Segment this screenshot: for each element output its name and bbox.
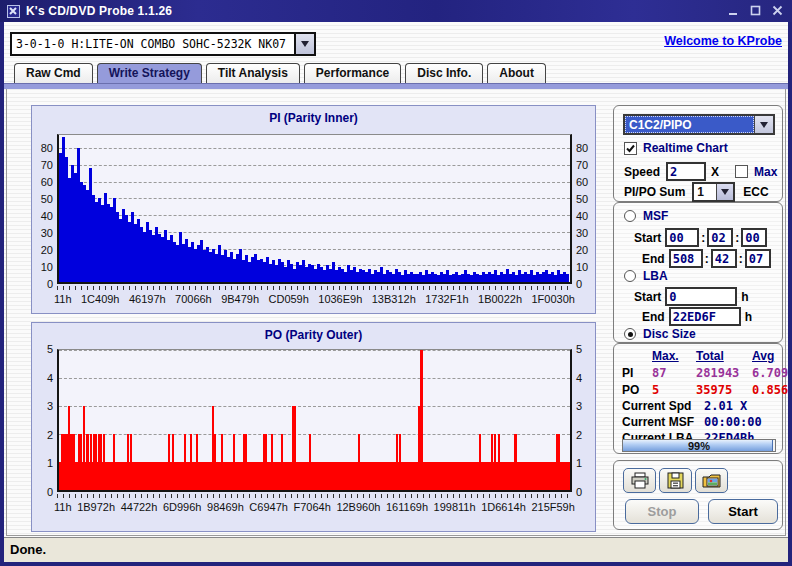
pipo-sum-value: 1 <box>694 184 716 200</box>
save-button[interactable] <box>659 468 692 493</box>
image-icon <box>702 473 721 489</box>
msf-radio[interactable] <box>624 210 636 222</box>
po-max-value: 5 <box>652 383 696 397</box>
lba-end-suffix: h <box>745 310 752 324</box>
pipo-sum-arrow-button[interactable] <box>716 184 733 200</box>
check-icon <box>625 143 636 154</box>
msf-end-label: End <box>642 252 665 266</box>
current-speed-value: 2.01 X <box>704 399 776 413</box>
chevron-down-icon <box>760 122 768 128</box>
chevron-down-icon <box>301 41 309 47</box>
speed-label: Speed <box>624 165 660 179</box>
print-button[interactable] <box>623 468 656 493</box>
po-chart-panel: PO (Parity Outer) 012345 012345 11h1B972… <box>31 322 596 532</box>
stats-header-row: Max. Total Avg <box>622 349 776 363</box>
tab-about[interactable]: About <box>487 63 546 83</box>
pi-max-value: 87 <box>652 366 696 380</box>
realtime-chart-checkbox[interactable] <box>624 142 637 155</box>
pi-chart-panel: PI (Parity Inner) 01020304050607080 0102… <box>31 105 596 314</box>
save-icon <box>667 472 684 489</box>
msf-label: MSF <box>643 209 668 223</box>
pi-yaxis-right: 01020304050607080 <box>573 134 596 284</box>
actions-group: Stop Start <box>613 460 783 530</box>
welcome-link[interactable]: Welcome to KProbe <box>664 34 782 48</box>
current-msf-label: Current MSF <box>622 415 704 429</box>
speed-unit: X <box>711 165 719 179</box>
status-text: Done. <box>10 542 46 557</box>
pi-stats-row: PI 87 281943 6.709 <box>622 366 776 380</box>
msf-end-min-input[interactable] <box>669 249 703 268</box>
device-select-value: 3-0-1-0 H:LITE-ON COMBO SOHC-5232K NK07 <box>12 34 294 54</box>
progress-label: 99% <box>623 440 775 453</box>
msf-start-sec-input[interactable] <box>707 228 733 247</box>
tab-performance[interactable]: Performance <box>304 63 401 83</box>
disc-size-radio[interactable] <box>624 328 636 340</box>
po-total-value: 35975 <box>696 383 752 397</box>
po-xaxis-ticks <box>57 494 572 498</box>
msf-end-sec-input[interactable] <box>711 249 737 268</box>
po-plot-area <box>57 349 572 492</box>
po-stats-row: PO 5 35975 0.856 <box>622 383 776 397</box>
lba-label: LBA <box>643 269 668 283</box>
tab-raw-cmd[interactable]: Raw Cmd <box>14 63 93 83</box>
tab-bar: Raw Cmd Write Strategy Tilt Analysis Per… <box>14 63 546 83</box>
tab-page: PI (Parity Inner) 01020304050607080 0102… <box>6 89 786 536</box>
current-msf-row: Current MSF 00:00:00 <box>622 415 776 429</box>
lba-start-input[interactable] <box>665 287 737 306</box>
lba-start-suffix: h <box>741 290 748 304</box>
current-msf-value: 00:00:00 <box>704 415 776 429</box>
stats-header-avg: Avg <box>752 349 776 363</box>
minimize-button[interactable] <box>727 4 740 17</box>
close-icon <box>772 5 783 16</box>
pi-xaxis: 11h1C409h46197h70066h9B479hCD059h1036E9h… <box>54 293 575 305</box>
realtime-chart-label: Realtime Chart <box>643 141 728 155</box>
app-icon <box>7 5 20 18</box>
speed-input[interactable] <box>666 162 706 181</box>
pi-yaxis-left: 01020304050607080 <box>33 134 56 284</box>
colon-separator: : <box>701 231 705 245</box>
minimize-icon <box>728 5 739 16</box>
export-image-button[interactable] <box>695 468 728 493</box>
colon-separator: : <box>739 252 743 266</box>
stop-button[interactable]: Stop <box>625 499 699 524</box>
device-select-arrow-button[interactable] <box>294 34 314 54</box>
tab-write-strategy[interactable]: Write Strategy <box>97 63 202 83</box>
msf-end-frame-input[interactable] <box>745 249 771 268</box>
msf-start-frame-input[interactable] <box>741 228 767 247</box>
mode-select[interactable]: C1C2/PIPO <box>623 114 775 135</box>
po-yaxis-left: 012345 <box>33 349 56 492</box>
status-bar: Done. <box>4 537 788 562</box>
device-select[interactable]: 3-0-1-0 H:LITE-ON COMBO SOHC-5232K NK07 <box>10 32 316 56</box>
msf-start-min-input[interactable] <box>665 228 699 247</box>
chevron-down-icon <box>721 189 729 195</box>
current-speed-label: Current Spd <box>622 399 704 413</box>
maximize-button[interactable] <box>749 4 762 17</box>
start-button[interactable]: Start <box>708 499 778 524</box>
pi-plot-area <box>57 134 572 284</box>
stats-header-max: Max. <box>652 349 696 363</box>
window-title: K's CD/DVD Probe 1.1.26 <box>26 4 172 18</box>
range-group: MSF Start : : End : : <box>613 202 783 343</box>
app-window: K's CD/DVD Probe 1.1.26 3-0-1-0 H:LITE-O… <box>0 0 792 566</box>
lba-end-input[interactable] <box>669 307 741 326</box>
pipo-sum-select[interactable]: 1 <box>692 182 735 202</box>
msf-start-label: Start <box>634 231 661 245</box>
stats-group: Max. Total Avg PI 87 281943 6.709 PO 5 3… <box>613 343 783 454</box>
colon-separator: : <box>705 252 709 266</box>
po-xaxis: 11h1B972h44722h6D996h98469hC6947hF7064h1… <box>54 501 575 513</box>
tab-disc-info[interactable]: Disc Info. <box>405 63 483 83</box>
stats-header-total: Total <box>696 349 752 363</box>
pipo-sum-label: PI/PO Sum <box>624 185 685 199</box>
titlebar: K's CD/DVD Probe 1.1.26 <box>0 0 792 22</box>
max-label: Max <box>754 165 777 179</box>
max-checkbox[interactable] <box>735 165 748 178</box>
close-button[interactable] <box>771 4 784 17</box>
mode-select-arrow-button[interactable] <box>754 116 773 133</box>
pi-avg-value: 6.709 <box>752 366 788 380</box>
tab-tilt-analysis[interactable]: Tilt Analysis <box>206 63 300 83</box>
maximize-icon <box>750 5 761 16</box>
lba-radio[interactable] <box>624 270 636 282</box>
chart-options-group: C1C2/PIPO Realtime Chart Speed X <box>613 105 783 202</box>
colon-separator: : <box>735 231 739 245</box>
po-chart-title: PO (Parity Outer) <box>32 323 595 342</box>
